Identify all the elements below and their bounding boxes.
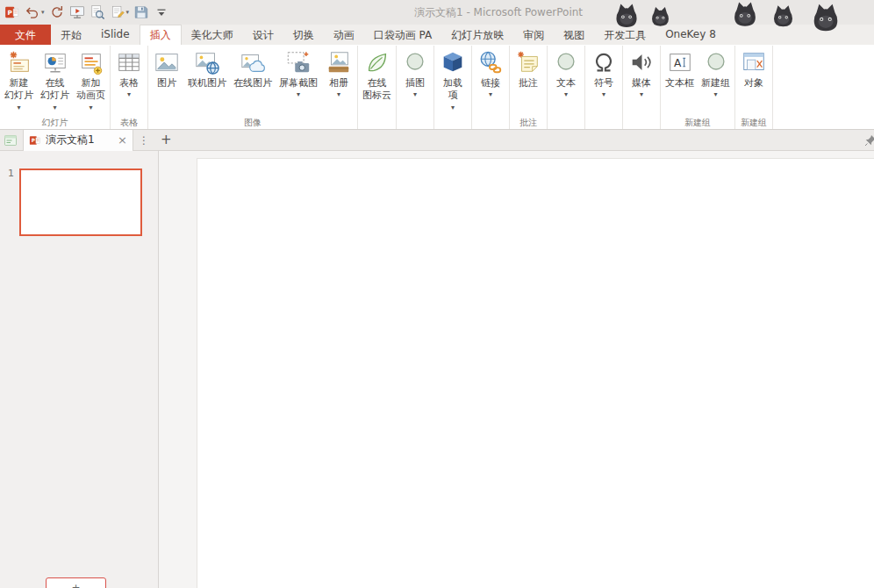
dropdown-arrow-icon: ▾	[337, 90, 340, 98]
slideshow-icon	[69, 4, 85, 20]
customize-icon	[154, 4, 169, 20]
add-ins-button[interactable]: 加载项▾	[435, 46, 470, 116]
new-slide-button[interactable]: 新建幻灯片▾	[1, 46, 37, 116]
photo-album-button[interactable]: 相册▾	[321, 46, 356, 116]
ribbon-tab-onekey-8[interactable]: OneKey 8	[656, 25, 726, 45]
web-pictures-button[interactable]: 在线图片	[230, 46, 276, 116]
illustrations-button[interactable]: 插图▾	[398, 46, 433, 116]
online-pictures-button[interactable]: 联机图片	[184, 46, 230, 116]
slide-number: 1	[8, 168, 14, 179]
dropdown-arrow-icon: ▾	[53, 104, 56, 111]
ribbon-group-illustrations: 插图▾	[397, 46, 434, 129]
new-file-button[interactable]: ▾	[108, 2, 132, 23]
dropdown-arrow-icon: ▾	[489, 90, 492, 98]
button-label: 新建组	[701, 77, 730, 90]
comment-button[interactable]: 批注	[511, 46, 546, 116]
undo-button[interactable]: ▾	[23, 2, 47, 23]
button-label: 屏幕截图	[279, 77, 318, 90]
ribbon-tab-meihua-dashi[interactable]: 美化大师	[182, 25, 243, 45]
ribbon-group-slides: 新建幻灯片▾在线幻灯片▾新加动画页▾幻灯片	[0, 46, 111, 129]
title-bar: P▾▾ 演示文稿1 - Microsoft PowerPoint	[0, 0, 874, 25]
links-button[interactable]: 链接▾	[473, 46, 508, 116]
ribbon-tab-animations[interactable]: 动画	[324, 25, 364, 45]
online-icon-cloud-button[interactable]: 在线图标云	[359, 46, 395, 116]
window-title: 演示文稿1 - Microsoft PowerPoint	[123, 5, 874, 20]
online-slide-button[interactable]: 在线幻灯片▾	[37, 46, 73, 116]
button-label: 加载项	[443, 77, 462, 103]
text-button[interactable]: 文本▾	[548, 46, 584, 116]
anim-page-icon	[78, 49, 104, 75]
tab-options-icon[interactable]: ⋮	[139, 134, 149, 147]
media-button[interactable]: 媒体▾	[624, 46, 659, 116]
repeat-button[interactable]	[47, 2, 67, 23]
button-label: 插图	[405, 77, 425, 90]
slide-thumbnails-panel: 1 +	[0, 151, 159, 588]
tab-list-icon[interactable]	[4, 133, 18, 147]
ribbon-group-label: 新建组	[662, 116, 734, 129]
ribbon-tab-insert[interactable]: 插入	[140, 25, 182, 45]
ribbon-tab-transitions[interactable]: 切换	[283, 25, 324, 45]
ribbon-tab-review[interactable]: 审阅	[513, 25, 554, 45]
ribbon-tab-design[interactable]: 设计	[243, 25, 283, 45]
ribbon-group-label: 表格	[111, 116, 147, 129]
document-tab[interactable]: P 演示文稿1 ×	[23, 130, 133, 151]
document-tab-label: 演示文稿1	[46, 133, 95, 147]
ribbon-group-label	[548, 116, 584, 129]
comment-icon	[515, 49, 541, 75]
svg-text:A: A	[674, 57, 682, 69]
symbols-button[interactable]: 符号▾	[586, 46, 621, 116]
button-label: 媒体	[632, 77, 651, 90]
start-slideshow-button[interactable]	[68, 2, 87, 23]
object-icon	[741, 49, 767, 75]
print-preview-button[interactable]	[88, 2, 107, 23]
slide-canvas[interactable]	[197, 158, 874, 588]
ribbon-tab-home[interactable]: 开始	[51, 25, 91, 45]
undo-icon	[25, 4, 40, 20]
omega-icon	[591, 49, 617, 75]
button-label: 符号	[594, 77, 613, 90]
button-label: 新建幻灯片	[4, 77, 33, 103]
ribbon-tab-developer[interactable]: 开发工具	[594, 25, 656, 45]
ribbon-group-symbols: 符号▾	[585, 46, 623, 129]
new-animation-page-button[interactable]: 新加动画页▾	[73, 46, 109, 116]
ribbon-tab-file[interactable]: 文件	[0, 25, 51, 45]
button-label: 在线幻灯片	[40, 77, 69, 103]
slide-editor-area[interactable]	[159, 151, 874, 588]
dropdown-arrow-icon: ▾	[413, 90, 417, 98]
ribbon-group-label: 幻灯片	[1, 116, 109, 129]
pictures-button[interactable]: 图片	[149, 46, 184, 116]
ribbon-tab-slide-show[interactable]: 幻灯片放映	[441, 25, 513, 45]
pin-icon[interactable]	[863, 133, 874, 147]
add-slide-button[interactable]: +	[46, 577, 106, 588]
redo-icon	[49, 4, 65, 20]
ribbon-tab-pocket-animation[interactable]: 口袋动画 PA	[364, 25, 442, 45]
dropdown-arrow-icon: ▾	[640, 90, 643, 98]
powerpoint-app-button[interactable]: P	[3, 2, 22, 23]
ribbon-tab-islide[interactable]: iSlide	[91, 25, 140, 45]
ribbon-group-label: 图像	[149, 116, 356, 129]
ribbon-group-add-ins: 加载项▾	[434, 46, 472, 129]
new-tab-button[interactable]: +	[161, 133, 172, 147]
new-slide-icon	[6, 49, 32, 75]
slide-1-thumbnail[interactable]	[19, 169, 142, 236]
dropdown-arrow-icon: ▾	[127, 90, 131, 98]
dropdown-arrow-icon: ▾	[17, 104, 20, 111]
button-label: 对象	[744, 77, 763, 90]
powerpoint-file-icon: P	[29, 134, 41, 147]
screenshot-button[interactable]: 屏幕截图▾	[276, 46, 321, 116]
save-button[interactable]	[132, 2, 151, 23]
table-button[interactable]: 表格▾	[111, 46, 147, 116]
ribbon-tab-view[interactable]: 视图	[554, 25, 594, 45]
object-button[interactable]: 对象	[736, 46, 771, 116]
ribbon-group-label	[359, 116, 395, 129]
button-label: 批注	[519, 77, 538, 90]
dropdown-arrow-icon: ▾	[564, 90, 568, 98]
new-doc-icon	[110, 4, 125, 20]
customize-qat-button[interactable]	[152, 2, 171, 23]
ribbon-group-links: 链接▾	[472, 46, 510, 129]
close-tab-icon[interactable]: ×	[118, 134, 127, 146]
ppt-logo-icon: P	[4, 4, 20, 20]
ribbon-group-tables: 表格▾表格	[111, 46, 148, 129]
text-box-button[interactable]: A文本框	[662, 46, 698, 116]
new-group-button[interactable]: 新建组▾	[698, 46, 734, 116]
